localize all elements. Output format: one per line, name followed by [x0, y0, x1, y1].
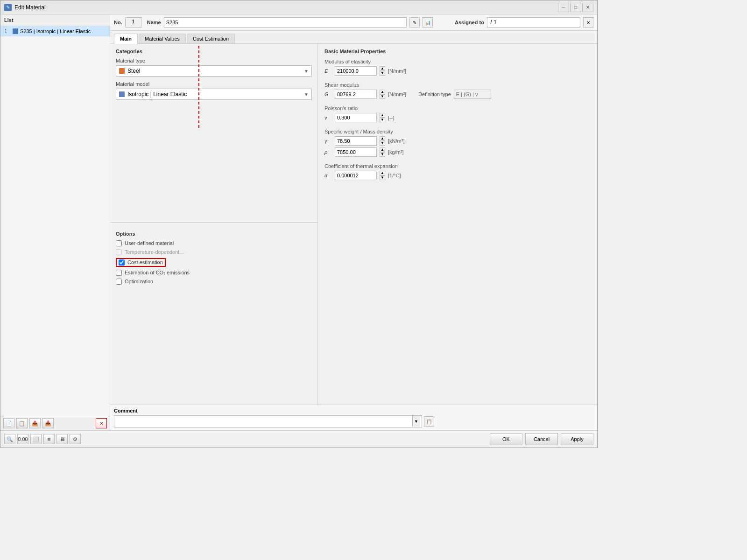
poisson-row: ν 0.300 ▲ ▼ [--] — [324, 113, 591, 122]
alpha-up[interactable]: ▲ — [380, 171, 385, 175]
top-form: No. 1 Name ✎ 📊 Assigned to I 1 ✕ — [110, 14, 597, 31]
comment-text-input[interactable] — [116, 416, 412, 427]
bottom-bar: 🔍 0.00 ⬜ ≡ 🖥 ⚙ OK Cancel Apply — [0, 430, 597, 448]
shear-spinners: ▲ ▼ — [380, 90, 385, 99]
cost-estimation-label: Cost estimation — [127, 259, 163, 265]
cancel-button[interactable]: Cancel — [525, 433, 558, 445]
modulus-down[interactable]: ▼ — [380, 71, 385, 76]
apply-button[interactable]: Apply — [561, 433, 593, 445]
assigned-edit-button[interactable]: ✕ — [583, 17, 593, 28]
thermal-group: Coefficient of thermal expansion α 0.000… — [324, 163, 591, 180]
poisson-up[interactable]: ▲ — [380, 113, 385, 118]
comment-icon-button[interactable]: 📋 — [424, 416, 434, 427]
gamma-value: 78.50 — [335, 136, 377, 146]
dropdown-arrow-icon: ▼ — [304, 69, 309, 74]
gamma-down[interactable]: ▼ — [380, 141, 385, 146]
modulus-up[interactable]: ▲ — [380, 66, 385, 71]
settings-button[interactable]: ⚙ — [70, 434, 81, 444]
tabs: Main Material Values Cost Estimation — [110, 31, 597, 44]
close-button[interactable]: ✕ — [582, 3, 593, 12]
alpha-spinners: ▲ ▼ — [380, 171, 385, 180]
ok-button[interactable]: OK — [490, 433, 522, 445]
annotation-arrow — [190, 44, 283, 137]
shear-group: Shear modulus G 80769.2 ▲ ▼ [N/mm²] Defi… — [324, 82, 591, 99]
edit-name-button[interactable]: ✎ — [409, 17, 420, 28]
list-bottom-button[interactable]: ≡ — [43, 434, 55, 444]
chart-button[interactable]: 📊 — [423, 17, 433, 28]
bottom-right-buttons: OK Cancel Apply — [490, 433, 593, 445]
poisson-spinners: ▲ ▼ — [380, 113, 385, 122]
definition-type-label: Definition type — [418, 91, 451, 97]
temperature-checkbox[interactable] — [116, 249, 122, 255]
modulus-symbol: E — [324, 68, 332, 74]
checkbox-temperature: Temperature-dependent... — [116, 249, 312, 255]
rho-up[interactable]: ▲ — [380, 147, 385, 152]
dropdown-arrow2-icon: ▼ — [304, 92, 309, 97]
poisson-title: Poisson's ratio — [324, 105, 591, 111]
tab-material-values[interactable]: Material Values — [139, 34, 186, 43]
annotation-area — [110, 109, 317, 222]
gamma-up[interactable]: ▲ — [380, 136, 385, 141]
search-bottom-button[interactable]: 🔍 — [4, 434, 15, 444]
alpha-down[interactable]: ▼ — [380, 175, 385, 180]
name-input[interactable] — [164, 17, 407, 28]
name-label: Name — [147, 20, 161, 25]
cost-estimation-checkbox[interactable] — [119, 259, 125, 266]
shear-symbol: G — [324, 91, 332, 97]
export-button[interactable]: 📤 — [29, 418, 41, 428]
comment-section: Comment ▼ 📋 — [110, 405, 597, 430]
checkbox-co2: Estimation of CO₂ emissions — [116, 270, 312, 276]
shear-up[interactable]: ▲ — [380, 90, 385, 94]
delete-button[interactable]: ✕ — [96, 418, 107, 428]
alpha-value: 0.000012 — [335, 171, 377, 180]
list-item-text: S235 | Isotropic | Linear Elastic — [20, 28, 91, 34]
assigned-group: Assigned to I 1 ✕ — [455, 17, 593, 28]
import-button[interactable]: 📥 — [42, 418, 54, 428]
modulus-row: E 210000.0 ▲ ▼ [N/mm²] — [324, 66, 591, 76]
value-button[interactable]: 0.00 — [17, 434, 28, 444]
optimization-checkbox[interactable] — [116, 279, 122, 285]
bottom-left-icons: 🔍 0.00 ⬜ ≡ 🖥 ⚙ — [4, 434, 81, 444]
shear-unit: [N/mm²] — [388, 91, 406, 97]
co2-checkbox[interactable] — [116, 270, 122, 276]
user-defined-label: User-defined material — [125, 240, 174, 246]
no-field-group: No. 1 — [114, 17, 141, 28]
poisson-down[interactable]: ▼ — [380, 118, 385, 122]
properties-title: Basic Material Properties — [324, 49, 591, 54]
shear-down[interactable]: ▼ — [380, 94, 385, 99]
modulus-group: Modulus of elasticity E 210000.0 ▲ ▼ [N/… — [324, 59, 591, 76]
right-panel: No. 1 Name ✎ 📊 Assigned to I 1 ✕ — [110, 14, 597, 430]
temperature-label: Temperature-dependent... — [125, 249, 184, 255]
name-field-group: Name ✎ 📊 — [147, 17, 433, 28]
copy-button[interactable]: 📋 — [16, 418, 28, 428]
poisson-symbol: ν — [324, 115, 332, 120]
rho-unit: [kg/m³] — [388, 149, 404, 155]
left-tab-panel: Categories Material type Steel ▼ Materia… — [110, 44, 318, 405]
gamma-symbol: γ — [324, 138, 332, 144]
tab-cost-estimation[interactable]: Cost Estimation — [187, 34, 235, 43]
main-content: List 1 S235 | Isotropic | Linear Elastic… — [0, 14, 597, 430]
cost-estimation-highlight: Cost estimation — [116, 258, 166, 267]
options-section: Options User-defined material Temperatur… — [110, 226, 317, 292]
no-input: 1 — [125, 17, 141, 28]
new-button[interactable]: 📄 — [3, 418, 14, 428]
rho-down[interactable]: ▼ — [380, 152, 385, 157]
comment-dropdown-arrow[interactable]: ▼ — [412, 416, 420, 427]
display-button[interactable]: ⬜ — [30, 434, 42, 444]
monitor-button[interactable]: 🖥 — [56, 434, 68, 444]
list-item[interactable]: 1 S235 | Isotropic | Linear Elastic — [0, 26, 110, 36]
minimize-button[interactable]: ─ — [558, 3, 569, 12]
alpha-row: α 0.000012 ▲ ▼ [1/°C] — [324, 171, 591, 180]
rho-row: ρ 7850.00 ▲ ▼ [kg/m³] — [324, 147, 591, 157]
definition-type-value: E | (G) | ν — [454, 90, 491, 99]
tab-main[interactable]: Main — [114, 34, 138, 44]
user-defined-checkbox[interactable] — [116, 240, 122, 246]
density-title: Specific weight / Mass density — [324, 129, 591, 134]
co2-label: Estimation of CO₂ emissions — [125, 270, 190, 276]
assigned-icon: I — [490, 19, 492, 26]
density-group: Specific weight / Mass density γ 78.50 ▲… — [324, 129, 591, 157]
maximize-button[interactable]: □ — [570, 3, 581, 12]
comment-input[interactable]: ▼ — [114, 415, 422, 427]
modulus-value: 210000.0 — [335, 66, 377, 76]
checkbox-user-defined: User-defined material — [116, 240, 312, 246]
